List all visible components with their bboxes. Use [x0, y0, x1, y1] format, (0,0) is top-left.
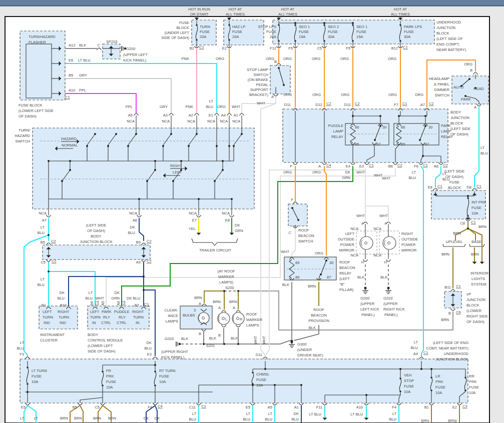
- diagram-label: RT TURN: [159, 368, 176, 373]
- diagram-label: LT: [412, 170, 416, 174]
- junction-dot: [365, 394, 367, 396]
- diagram-label: POWER: [340, 242, 355, 247]
- diagram-label: LT BLU: [309, 412, 321, 416]
- diagram-label: B: [274, 60, 277, 64]
- fuse-terminal: [294, 24, 296, 26]
- diagram-label: C8: [460, 221, 465, 226]
- diagram-label: DK: [60, 290, 65, 295]
- diagram-label: C4: [326, 163, 331, 168]
- diagram-label: COMT, NEAR BATTERY): [426, 346, 468, 350]
- diagram-label: HAZ LP: [232, 24, 245, 29]
- diagram-label: NCA: [129, 211, 137, 216]
- diagram-label: DK BLU: [127, 296, 140, 300]
- junction-dot: [467, 228, 469, 230]
- diagram-label: NCA: [189, 211, 197, 216]
- diagram-label: I/P: [466, 292, 471, 296]
- fuse-terminal: [430, 376, 432, 378]
- diagram-label: 30A: [328, 34, 334, 39]
- junction-dot: [283, 84, 285, 86]
- diagram-label: A2: [189, 113, 193, 118]
- diagram-label: OF DASH): [466, 320, 484, 324]
- diagram-label: ORG: [341, 92, 349, 97]
- diagram-label: F7: [394, 102, 398, 107]
- junction-dot: [198, 198, 200, 200]
- diagram-label: D12: [315, 102, 322, 107]
- diagram-label: ORG: [388, 92, 397, 97]
- junction-dot: [398, 115, 400, 117]
- diagram-label: C2: [52, 259, 57, 264]
- junction-dot: [467, 195, 469, 197]
- diagram-label: C3: [462, 404, 467, 408]
- diagram-label: DK: [235, 223, 240, 228]
- fuse-terminal: [278, 40, 280, 42]
- diagram-label: ORG: [312, 170, 321, 174]
- junction-dot: [94, 133, 96, 135]
- diagram-label: BRN: [441, 318, 449, 322]
- diagram-label: GRN: [111, 296, 120, 300]
- diagram-label: C4: [158, 404, 163, 408]
- diagram-label: OF DASH): [450, 132, 468, 136]
- diagram-label: ORG: [315, 251, 323, 256]
- diagram-label: 15A: [356, 34, 363, 39]
- junction-dot: [291, 207, 293, 209]
- fuse-terminal: [464, 390, 466, 392]
- diagram-label: E2: [452, 405, 457, 410]
- diagram-label: KICK PANEL): [161, 355, 185, 360]
- underhood-junction-block-bottom-box: [20, 359, 468, 403]
- junction-dot: [223, 290, 225, 292]
- diagram-label: NCA: [373, 226, 381, 231]
- junction-dot: [188, 145, 190, 147]
- junction-dot: [323, 22, 325, 24]
- diagram-label: (LEFT SIDE: [444, 169, 464, 174]
- diagram-label: BLK: [181, 336, 188, 341]
- junction-dot: [69, 160, 71, 162]
- diagram-label: (LOWER: [466, 308, 482, 313]
- diagram-label: PROVISION: [308, 318, 329, 323]
- diagram-label: C1: [476, 184, 481, 188]
- diagram-label: MARKER: [246, 318, 263, 322]
- diagram-label: ORG: [283, 56, 292, 61]
- diagram-label: (LEFT: [339, 276, 350, 281]
- junction-dot: [422, 155, 424, 157]
- diagram-label: GRN: [235, 228, 243, 233]
- diagram-label: NCA: [207, 119, 215, 124]
- diagram-label: PUDDLE: [114, 310, 129, 314]
- diagram-label: C2: [147, 259, 152, 264]
- junction-dot: [143, 289, 145, 291]
- diagram-label: PARK: [102, 310, 112, 314]
- junction-dot: [233, 145, 235, 147]
- junction-dot: [214, 180, 216, 182]
- diagram-label: G200: [360, 296, 369, 300]
- diagram-label: STOP: [404, 378, 414, 383]
- diagram-label: FUSE: [200, 30, 210, 34]
- diagram-label: PNK: [186, 104, 193, 109]
- junction-dot: [430, 368, 432, 370]
- junction-dot: [325, 260, 327, 262]
- fuse-terminal: [196, 39, 198, 41]
- diagram-label: PANEL): [361, 312, 375, 317]
- diagram-label: CLEAR-: [164, 308, 178, 312]
- diagram-label: BRN: [60, 416, 68, 420]
- fuse-terminal: [323, 40, 325, 42]
- diagram-label: BLU: [128, 230, 135, 235]
- diagram-label: BULBS: [183, 313, 195, 318]
- diagram-label: NCA: [232, 119, 240, 124]
- diagram-label: LR: [435, 374, 440, 378]
- junction-dot: [162, 145, 164, 147]
- diagram-label: FUSE: [449, 180, 459, 184]
- stop-lamp-switch-box: [270, 66, 290, 94]
- diagram-label: F: [361, 222, 364, 226]
- diagram-label: LT: [480, 146, 485, 150]
- diagram-label: 85: [401, 142, 405, 146]
- diagram-label: SIDE OF DASH): [88, 349, 116, 354]
- diagram-label: BLU: [85, 296, 93, 300]
- diagram-label: RELAY: [331, 134, 343, 139]
- diagram-label: BODY: [91, 234, 101, 238]
- diagram-label: BODY: [88, 332, 98, 337]
- diagram-label: B10: [60, 303, 67, 308]
- diagram-label: FUSE: [404, 384, 414, 388]
- diagram-label: FUSE: [404, 30, 414, 34]
- diagram-label: 20A: [200, 34, 206, 39]
- diagram-label: C11: [189, 405, 196, 410]
- junction-dot: [424, 115, 426, 117]
